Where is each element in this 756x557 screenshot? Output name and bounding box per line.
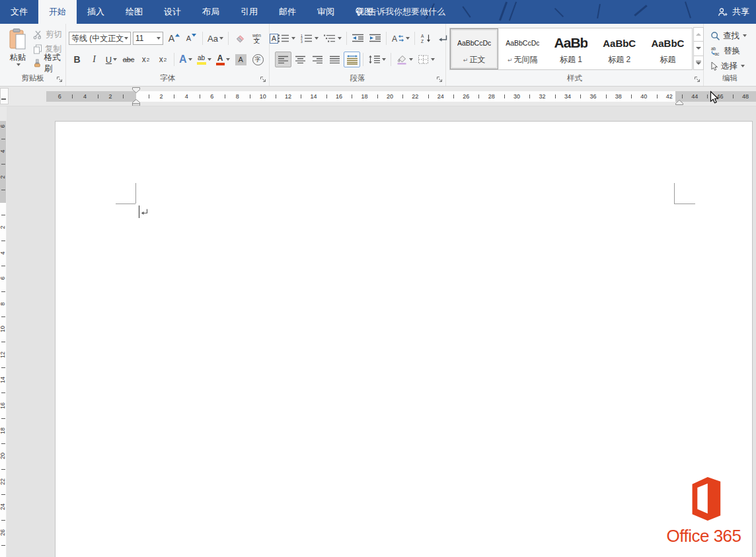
ruler-number: 4 [83, 93, 87, 100]
lightbulb-icon [354, 7, 363, 17]
enclose-characters-button[interactable]: 字 [250, 52, 266, 67]
font-name-combo[interactable]: 等线 (中文正文 [69, 32, 131, 45]
phonetic-guide-button[interactable]: wén 文 [248, 30, 265, 46]
ruler-tick [1, 266, 5, 266]
align-left-icon [278, 56, 289, 64]
grow-font-button[interactable]: A [166, 30, 182, 46]
select-button[interactable]: 选择 [710, 61, 747, 71]
superscript-button[interactable]: x2 [155, 52, 171, 67]
style-item-标题 1[interactable]: AaBb标题 1 [547, 28, 595, 69]
line-spacing-button[interactable] [366, 52, 388, 67]
sort-icon: A Z [420, 34, 432, 43]
horizontal-ruler-bar[interactable]: 6422468101214161820222426283032343638404… [0, 87, 756, 106]
tab-插入[interactable]: 插入 [77, 0, 115, 24]
paste-button[interactable]: 粘贴 [3, 28, 33, 78]
ruler-tick [1, 443, 5, 444]
ruler-number: 36 [589, 93, 596, 100]
style-item-正文[interactable]: AaBbCcDc↵正文 [450, 28, 498, 69]
style-name: ↵正文 [463, 54, 486, 65]
character-shading-button[interactable]: A [233, 52, 249, 67]
first-line-indent-marker[interactable] [132, 87, 140, 93]
change-case-button[interactable]: Aa [206, 30, 225, 46]
multilevel-list-button[interactable] [321, 30, 344, 46]
asian-layout-button[interactable]: A [389, 30, 412, 46]
styles-scroll-up-button[interactable] [693, 27, 704, 42]
align-right-button[interactable] [309, 52, 326, 67]
bullets-button[interactable] [275, 30, 297, 46]
styles-gallery: AaBbCcDc↵正文AaBbCcDc↵无间隔AaBb标题 1AaBbC标题 2… [449, 28, 693, 70]
style-item-标题[interactable]: AaBbC标题 [644, 28, 692, 69]
share-button[interactable]: 共享 [718, 0, 749, 24]
horizontal-ruler-track[interactable]: 6422468101214161820222426283032343638404… [46, 91, 756, 102]
style-item-无间隔[interactable]: AaBbCcDc↵无间隔 [498, 28, 547, 69]
ruler-tick [72, 94, 73, 98]
font-group: 等线 (中文正文 11 A A Aa [66, 24, 270, 86]
document-page[interactable]: Office 365 [55, 121, 753, 557]
text-effects-button[interactable]: A [177, 52, 194, 67]
ruler-number: 8 [236, 93, 239, 100]
shrink-font-button[interactable]: A [183, 30, 200, 46]
font-dialog-launcher[interactable] [260, 76, 266, 83]
tab-绘图[interactable]: 绘图 [115, 0, 153, 24]
ruler-tick [529, 94, 530, 98]
borders-button[interactable] [416, 52, 437, 67]
tab-开始[interactable]: 开始 [38, 0, 77, 24]
justify-button[interactable] [326, 52, 343, 67]
tab-布局[interactable]: 布局 [192, 0, 230, 24]
decor-stroke [554, 8, 564, 17]
font-size-combo[interactable]: 11 [133, 32, 163, 45]
ruler-tick [631, 94, 632, 98]
bold-button[interactable]: B [69, 52, 85, 67]
styles-scroll-down-button[interactable] [693, 41, 704, 56]
italic-button[interactable]: I [86, 52, 102, 67]
increase-indent-button[interactable] [367, 30, 383, 46]
distribute-button[interactable] [344, 52, 360, 67]
numbering-button[interactable]: 1 2 3 [298, 30, 321, 46]
highlight-icon: ab [197, 55, 206, 65]
hanging-indent-marker[interactable] [132, 99, 140, 106]
format-painter-label: 格式刷 [44, 52, 65, 75]
find-button[interactable]: 查找 [710, 30, 747, 41]
format-painter-button[interactable]: 格式刷 [33, 58, 65, 69]
right-indent-marker[interactable] [675, 100, 683, 105]
cut-button[interactable]: 剪切 [33, 29, 65, 40]
paragraph-dialog-launcher[interactable] [436, 76, 443, 83]
shading-button[interactable] [394, 52, 415, 67]
tab-邮件[interactable]: 邮件 [268, 0, 307, 24]
paint-bucket-icon [396, 54, 408, 65]
ruler-number: 2 [109, 93, 112, 100]
tellme-box[interactable]: 告诉我你想要做什么 [354, 0, 445, 24]
mouse-cursor-icon [710, 91, 720, 105]
align-left-button[interactable] [275, 52, 291, 67]
tab-引用[interactable]: 引用 [230, 0, 268, 24]
tab-selector[interactable] [0, 88, 9, 104]
ribbon: 粘贴 剪切 复制 [0, 24, 756, 87]
ruler-number: 48 [742, 93, 749, 100]
scissors-icon [33, 30, 43, 40]
align-center-button[interactable] [292, 52, 309, 67]
ruler-number: 2 [0, 223, 6, 231]
word-app: 文件开始插入绘图设计布局引用邮件审阅视图 告诉我你想要做什么 共享 [0, 0, 756, 557]
ruler-tick [149, 94, 149, 98]
highlight-color-button[interactable]: ab [195, 52, 213, 67]
tab-审阅[interactable]: 审阅 [307, 0, 345, 24]
decor-stroke [462, 6, 471, 18]
clipboard-dialog-launcher[interactable] [56, 76, 63, 83]
vertical-ruler[interactable]: 6422468101214161820222426 [0, 106, 7, 557]
tab-设计[interactable]: 设计 [153, 0, 192, 24]
clear-formatting-button[interactable] [231, 30, 248, 46]
style-item-标题 2[interactable]: AaBbC标题 2 [595, 28, 644, 69]
tab-文件[interactable]: 文件 [0, 0, 38, 24]
subscript-button[interactable]: x2 [137, 52, 154, 67]
ruler-number: 24 [437, 93, 444, 100]
bullets-icon [277, 34, 290, 43]
paste-dropdown-icon[interactable] [17, 63, 20, 66]
font-color-button[interactable]: A [214, 52, 232, 67]
decrease-indent-button[interactable] [350, 30, 366, 46]
sort-button[interactable]: A Z [418, 30, 434, 46]
styles-dialog-launcher[interactable] [694, 76, 700, 83]
strikethrough-button[interactable]: abc [120, 52, 137, 67]
styles-more-button[interactable] [693, 56, 704, 70]
replace-button[interactable]: ab ac 替换 [710, 46, 747, 56]
underline-button[interactable]: U [103, 52, 120, 67]
